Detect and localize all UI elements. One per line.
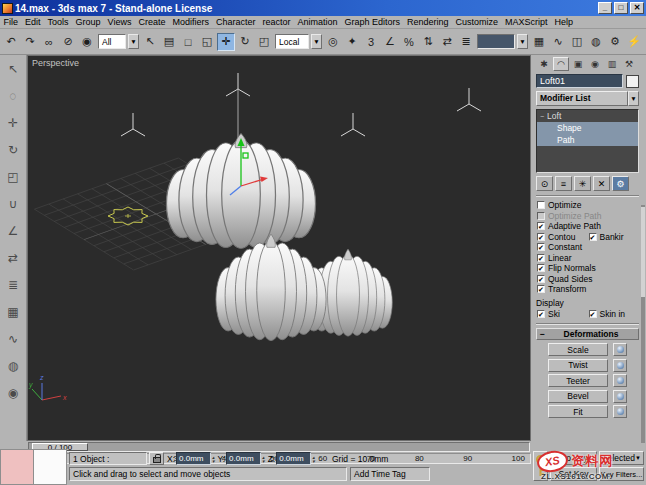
- menu-item[interactable]: Customize: [452, 17, 502, 27]
- angle-snap-icon[interactable]: ∠: [381, 33, 399, 51]
- deformation-light-toggle[interactable]: [613, 390, 627, 403]
- deformation-light-toggle[interactable]: [613, 374, 627, 387]
- menu-item[interactable]: MAXScript: [502, 17, 552, 27]
- checkbox-row[interactable]: ✔ Bankir: [588, 232, 640, 243]
- menu-item[interactable]: Rendering: [404, 17, 453, 27]
- checkbox[interactable]: [537, 212, 545, 220]
- object-color-swatch[interactable]: [626, 75, 639, 88]
- menu-item[interactable]: Help: [551, 17, 577, 27]
- deformations-rollout-header[interactable]: − Deformations: [536, 328, 639, 340]
- menu-item[interactable]: Edit: [22, 17, 45, 27]
- checkbox-row[interactable]: ✔ Linear: [536, 253, 639, 264]
- spinner-buttons[interactable]: ▴▾: [212, 455, 215, 463]
- set-keys-button[interactable]: [533, 451, 548, 481]
- deformation-light-toggle[interactable]: [613, 405, 627, 418]
- menu-item[interactable]: Graph Editors: [341, 17, 404, 27]
- render-icon[interactable]: ◍: [3, 356, 23, 376]
- select-and-manipulate-icon[interactable]: ✦: [343, 33, 361, 51]
- align-icon[interactable]: ≣: [3, 275, 23, 295]
- scale-icon[interactable]: ◰: [3, 167, 23, 187]
- layer-manager-icon[interactable]: ▦: [530, 33, 548, 51]
- deformation-button[interactable]: Twist: [548, 359, 608, 372]
- close-button[interactable]: ✕: [630, 2, 644, 14]
- pin-stack-button[interactable]: ⊙: [536, 176, 553, 191]
- set-key-button[interactable]: Set Key: [550, 467, 597, 481]
- modifier-list-arrow-icon[interactable]: ▼: [628, 91, 639, 106]
- checkbox[interactable]: ✔: [537, 285, 545, 293]
- auto-key-button[interactable]: uto Key: [550, 451, 597, 465]
- listener-pane[interactable]: [34, 449, 67, 485]
- menu-item[interactable]: Tools: [44, 17, 72, 27]
- menu-item[interactable]: Group: [72, 17, 104, 27]
- deformation-light-toggle[interactable]: [613, 343, 627, 356]
- named-selection-arrow-icon[interactable]: ▼: [517, 34, 528, 49]
- minimize-button[interactable]: _: [598, 2, 612, 14]
- mirror-icon[interactable]: ⇄: [438, 33, 456, 51]
- maxscript-mini-listener[interactable]: [0, 449, 67, 485]
- deformation-button[interactable]: Fit: [548, 405, 608, 418]
- snap-toggle-3d-icon[interactable]: 3: [362, 33, 380, 51]
- scrollbar-thumb[interactable]: [641, 207, 645, 297]
- checkbox[interactable]: ✔: [537, 275, 545, 283]
- quick-render-icon[interactable]: ⚡: [625, 33, 643, 51]
- checkbox-row[interactable]: ✔ Quad Sides: [536, 274, 639, 285]
- stack-entry[interactable]: Shape: [537, 122, 638, 134]
- window-crossing-icon[interactable]: ◱: [198, 33, 216, 51]
- motion-tab[interactable]: ◉: [587, 57, 603, 71]
- select-and-link-icon[interactable]: ∞: [40, 33, 58, 51]
- mirror-icon[interactable]: ⇄: [3, 248, 23, 268]
- checkbox[interactable]: ✔: [537, 233, 545, 241]
- spinner-buttons[interactable]: ▴▾: [312, 455, 315, 463]
- menu-item[interactable]: File: [0, 17, 22, 27]
- key-mode-dropdown[interactable]: Selected ▼: [599, 451, 644, 465]
- checkbox-row[interactable]: ✔ Constant: [536, 242, 639, 253]
- stack-entry[interactable]: Path: [537, 134, 638, 146]
- checkbox[interactable]: ✔: [537, 310, 545, 318]
- show-end-result-button[interactable]: ≡: [555, 176, 572, 191]
- coordinate-input[interactable]: 0.0mm: [226, 452, 261, 465]
- selection-filter-arrow-icon[interactable]: ▼: [128, 34, 139, 49]
- redo-icon[interactable]: ↷: [21, 33, 39, 51]
- make-unique-button[interactable]: ✳: [574, 176, 591, 191]
- rectangular-selection-region-icon[interactable]: □: [179, 33, 197, 51]
- deformation-light-toggle[interactable]: [613, 359, 627, 372]
- selection-lock-button[interactable]: [149, 452, 164, 465]
- modify-tab[interactable]: ◠: [553, 57, 569, 71]
- checkbox[interactable]: ✔: [589, 233, 597, 241]
- viewport-label[interactable]: Perspective: [32, 58, 79, 68]
- move-icon[interactable]: ✛: [3, 113, 23, 133]
- menu-item[interactable]: Animation: [294, 17, 341, 27]
- checkbox[interactable]: ✔: [537, 264, 545, 272]
- loft-object-front[interactable]: [216, 234, 326, 340]
- selection-filter-dropdown[interactable]: All: [98, 34, 126, 49]
- checkbox[interactable]: ✔: [537, 222, 545, 230]
- rotate-icon[interactable]: ↻: [3, 140, 23, 160]
- menu-item[interactable]: reactor: [259, 17, 294, 27]
- checkbox[interactable]: ✔: [537, 243, 545, 251]
- expand-icon[interactable]: −: [540, 113, 544, 120]
- schematic-view-icon[interactable]: ◫: [568, 33, 586, 51]
- select-by-name-icon[interactable]: ▤: [160, 33, 178, 51]
- use-pivot-center-icon[interactable]: ◎: [324, 33, 342, 51]
- region-icon[interactable]: ◌: [3, 86, 23, 106]
- key-filters-button[interactable]: Key Filters...: [599, 467, 644, 481]
- angle-icon[interactable]: ∠: [3, 221, 23, 241]
- select-and-move-icon[interactable]: ✛: [217, 33, 235, 51]
- checkbox-row[interactable]: ✔ Ski: [536, 309, 588, 320]
- menu-item[interactable]: Create: [135, 17, 169, 27]
- menu-item[interactable]: Views: [104, 17, 135, 27]
- hierarchy-tab[interactable]: ▣: [570, 57, 586, 71]
- create-tab[interactable]: ✱: [536, 57, 552, 71]
- material-editor-icon[interactable]: ◍: [587, 33, 605, 51]
- checkbox-row[interactable]: ✔ Skin in: [588, 309, 640, 320]
- reference-coordinate-arrow-icon[interactable]: ▼: [311, 34, 322, 49]
- reference-coordinate-dropdown[interactable]: Local: [275, 34, 309, 49]
- display-tab[interactable]: ▥: [604, 57, 620, 71]
- select-and-scale-icon[interactable]: ◰: [255, 33, 273, 51]
- checkbox-row[interactable]: ✔ Transform: [536, 284, 639, 295]
- add-time-tag[interactable]: Add Time Tag: [350, 467, 430, 481]
- align-icon[interactable]: ≣: [457, 33, 475, 51]
- spinner-buttons[interactable]: ▴▾: [262, 455, 265, 463]
- checkbox[interactable]: ✔: [589, 310, 597, 318]
- modifier-list-dropdown[interactable]: Modifier List: [536, 91, 628, 106]
